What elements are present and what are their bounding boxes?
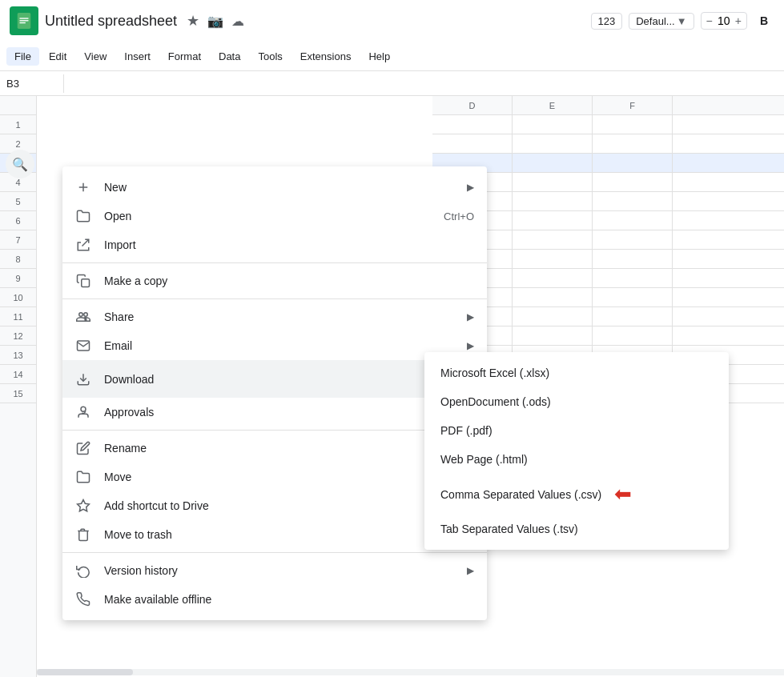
- new-icon: [75, 179, 91, 195]
- cell-f3[interactable]: [593, 154, 673, 172]
- menu-file[interactable]: File: [6, 47, 39, 66]
- cell-f4[interactable]: [593, 173, 673, 191]
- grid-row-1: [432, 115, 784, 134]
- cell-e2[interactable]: [513, 134, 593, 153]
- font-selector[interactable]: Defaul... ▼: [629, 13, 694, 30]
- cell-e1[interactable]: [513, 115, 593, 134]
- col-header-f: F: [593, 96, 673, 114]
- cloud-icon[interactable]: ☁: [231, 14, 244, 29]
- offline-icon: [75, 591, 91, 607]
- search-area[interactable]: 🔍: [0, 144, 40, 184]
- font-size-control[interactable]: − 10 +: [701, 12, 747, 30]
- main-area: 1 2 3 4 5 6 7 8 9 10 11 12 13 14 15 🔍 D: [0, 96, 784, 677]
- submenu-item-xlsx[interactable]: Microsoft Excel (.xlsx): [424, 359, 729, 387]
- email-label: Email: [104, 339, 454, 352]
- menu-item-available-offline[interactable]: Make available offline: [62, 585, 487, 614]
- submenu-item-ods[interactable]: OpenDocument (.ods): [424, 387, 729, 416]
- version-history-arrow: ▶: [467, 565, 474, 576]
- search-icon: 🔍: [12, 157, 28, 172]
- toolbar-right: 123 Defaul... ▼ − 10 + B: [591, 11, 775, 30]
- row-num-8: 8: [0, 250, 36, 269]
- row-num-6: 6: [0, 211, 36, 230]
- scrollbar-thumb: [37, 669, 133, 675]
- cell-e4[interactable]: [513, 173, 593, 191]
- submenu-item-html[interactable]: Web Page (.html): [424, 445, 729, 474]
- menu-insert[interactable]: Insert: [116, 47, 159, 66]
- cell-f1[interactable]: [593, 115, 673, 134]
- row-num-5: 5: [0, 192, 36, 211]
- doc-title[interactable]: Untitled spreadsheet: [45, 13, 177, 30]
- menu-item-download[interactable]: Download ⬅ ▶: [62, 360, 487, 398]
- divider-1: [62, 262, 487, 263]
- menu-help[interactable]: Help: [360, 47, 398, 66]
- increase-font-icon[interactable]: +: [735, 14, 742, 27]
- menu-extensions[interactable]: Extensions: [292, 47, 360, 66]
- submenu-item-pdf[interactable]: PDF (.pdf): [424, 416, 729, 445]
- svg-rect-4: [20, 22, 26, 23]
- svg-rect-2: [20, 18, 29, 18]
- menu-item-rename[interactable]: Rename: [62, 434, 487, 463]
- cell-d2[interactable]: [432, 134, 513, 153]
- star-icon[interactable]: ★: [187, 12, 199, 30]
- bold-button[interactable]: B: [754, 11, 774, 30]
- svg-rect-8: [82, 279, 90, 287]
- rename-label: Rename: [104, 442, 474, 455]
- approvals-label: Approvals: [104, 406, 430, 419]
- move-icon: [75, 469, 91, 485]
- cell-e5[interactable]: [513, 192, 593, 210]
- top-bar: Untitled spreadsheet ★ 📷 ☁ 123 Defaul...…: [0, 0, 784, 42]
- menu-data[interactable]: Data: [211, 47, 248, 66]
- pdf-label: PDF (.pdf): [440, 424, 493, 437]
- formula-bar[interactable]: [64, 80, 784, 86]
- menu-item-share[interactable]: Share ▶: [62, 302, 487, 331]
- menu-item-version-history[interactable]: Version history ▶: [62, 556, 487, 585]
- svg-point-10: [81, 407, 86, 411]
- menu-edit[interactable]: Edit: [41, 47, 74, 66]
- camera-icon[interactable]: 📷: [207, 14, 223, 29]
- menu-item-move-trash[interactable]: Move to trash: [62, 520, 487, 549]
- ods-label: OpenDocument (.ods): [440, 395, 551, 408]
- row-num-10: 10: [0, 288, 36, 307]
- cell-reference-box[interactable]: B3: [0, 74, 64, 93]
- row-num-14: 14: [0, 365, 36, 384]
- row-num-9: 9: [0, 269, 36, 288]
- file-dropdown-menu: New ▶ Open Ctrl+O Import Make a copy: [62, 166, 487, 620]
- cell-f2[interactable]: [593, 134, 673, 153]
- download-submenu: Microsoft Excel (.xlsx) OpenDocument (.o…: [424, 352, 729, 550]
- menu-item-new[interactable]: New ▶: [62, 173, 487, 202]
- menu-item-add-shortcut[interactable]: Add shortcut to Drive: [62, 491, 487, 520]
- number-format-label: 123: [598, 15, 616, 27]
- menu-item-move[interactable]: Move: [62, 463, 487, 491]
- menu-item-import[interactable]: Import: [62, 230, 487, 259]
- menu-tools[interactable]: Tools: [250, 47, 290, 66]
- import-label: Import: [104, 238, 474, 251]
- divider-3: [62, 430, 487, 431]
- horizontal-scrollbar[interactable]: [37, 669, 784, 675]
- menu-item-email[interactable]: Email ▶: [62, 331, 487, 360]
- menu-item-open[interactable]: Open Ctrl+O: [62, 202, 487, 230]
- share-label: Share: [104, 310, 454, 323]
- tsv-label: Tab Separated Values (.tsv): [440, 523, 578, 535]
- menu-item-make-copy[interactable]: Make a copy: [62, 266, 487, 295]
- cell-f5[interactable]: [593, 192, 673, 210]
- cell-d1[interactable]: [432, 115, 513, 134]
- search-button[interactable]: 🔍: [6, 150, 34, 178]
- col-header-d: D: [432, 96, 513, 114]
- cell-e3[interactable]: [513, 154, 593, 172]
- row-num-7: 7: [0, 230, 36, 250]
- corner-cell: [0, 96, 36, 115]
- decrease-font-icon[interactable]: −: [706, 14, 713, 27]
- menu-format[interactable]: Format: [160, 47, 209, 66]
- make-copy-label: Make a copy: [104, 274, 474, 287]
- move-trash-label: Move to trash: [104, 528, 474, 541]
- available-offline-label: Make available offline: [104, 593, 474, 606]
- download-icon: [75, 371, 91, 387]
- submenu-item-tsv[interactable]: Tab Separated Values (.tsv): [424, 515, 729, 543]
- row-num-11: 11: [0, 307, 36, 326]
- cell-ref-value: B3: [6, 78, 19, 90]
- share-icon: [75, 309, 91, 325]
- number-format[interactable]: 123: [591, 13, 623, 30]
- menu-view[interactable]: View: [76, 47, 115, 66]
- menu-item-approvals[interactable]: Approvals New: [62, 398, 487, 427]
- submenu-item-csv[interactable]: Comma Separated Values (.csv) ⬅: [424, 474, 729, 515]
